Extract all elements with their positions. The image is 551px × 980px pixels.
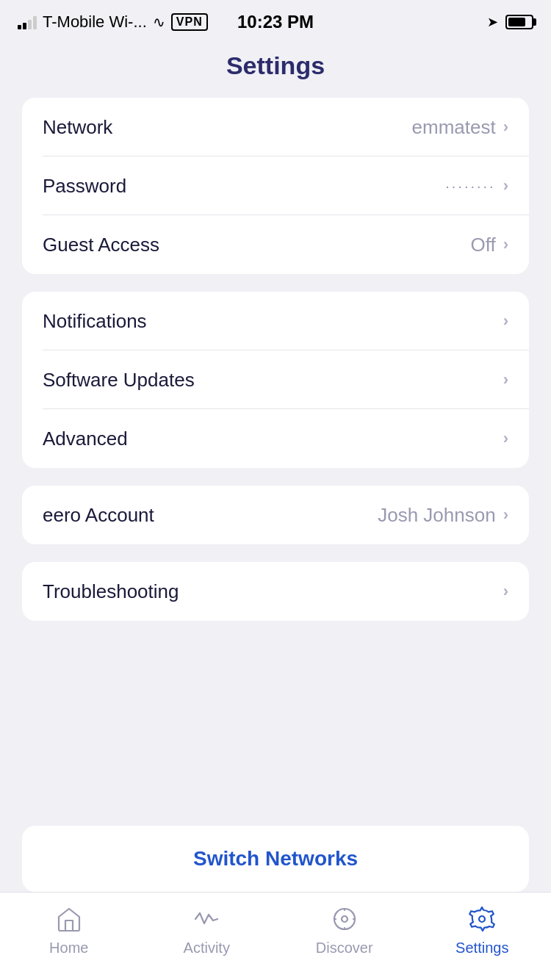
tab-activity[interactable]: Activity xyxy=(155,903,258,956)
eero-account-value: Josh Johnson xyxy=(378,504,495,527)
network-section-card: Network emmatest › Password ········ › G… xyxy=(22,98,529,274)
features-section-card: Notifications › Software Updates › Advan… xyxy=(22,292,529,468)
tab-settings[interactable]: Settings xyxy=(431,903,533,956)
password-dots: ········ xyxy=(445,178,495,195)
password-row[interactable]: Password ········ › xyxy=(22,156,529,215)
password-value-group: ········ › xyxy=(445,176,508,195)
software-updates-row[interactable]: Software Updates › xyxy=(22,350,529,409)
network-row[interactable]: Network emmatest › xyxy=(22,98,529,156)
network-value: emmatest xyxy=(412,116,496,139)
account-section-card: eero Account Josh Johnson › xyxy=(22,486,529,544)
page-title: Settings xyxy=(0,44,551,98)
troubleshooting-value-group: › xyxy=(503,582,508,601)
battery-icon xyxy=(505,15,533,29)
eero-account-value-group: Josh Johnson › xyxy=(378,504,508,527)
advanced-row[interactable]: Advanced › xyxy=(22,409,529,468)
network-label: Network xyxy=(43,116,112,139)
location-icon: ➤ xyxy=(487,14,498,30)
tab-home[interactable]: Home xyxy=(18,903,120,956)
network-chevron-icon: › xyxy=(503,118,508,137)
guest-access-value: Off xyxy=(470,234,495,256)
tab-activity-label: Activity xyxy=(184,940,230,956)
svg-point-1 xyxy=(342,916,347,922)
software-updates-label: Software Updates xyxy=(43,369,195,392)
eero-account-chevron-icon: › xyxy=(503,505,508,525)
svg-point-6 xyxy=(479,916,485,922)
guest-access-row[interactable]: Guest Access Off › xyxy=(22,215,529,274)
settings-content: Network emmatest › Password ········ › G… xyxy=(0,98,551,892)
guest-access-label: Guest Access xyxy=(43,234,159,256)
activity-icon xyxy=(190,903,223,935)
password-label: Password xyxy=(43,175,126,198)
tab-settings-label: Settings xyxy=(455,940,508,956)
notifications-label: Notifications xyxy=(43,310,147,333)
software-updates-chevron-icon: › xyxy=(503,370,508,389)
tab-bar: Home Activity Discover xyxy=(0,892,551,980)
notifications-row[interactable]: Notifications › xyxy=(22,292,529,350)
troubleshooting-row[interactable]: Troubleshooting › xyxy=(22,562,529,621)
switch-networks-label: Switch Networks xyxy=(193,847,358,871)
signal-icon xyxy=(18,15,37,29)
svg-point-0 xyxy=(334,909,355,929)
discover-icon xyxy=(328,903,361,935)
troubleshooting-label: Troubleshooting xyxy=(43,580,179,603)
battery-fill xyxy=(508,18,525,26)
status-left: T-Mobile Wi-... ∿ VPN xyxy=(18,12,208,32)
home-icon xyxy=(53,903,85,935)
carrier-label: T-Mobile Wi-... xyxy=(43,12,147,32)
guest-access-value-group: Off › xyxy=(470,234,508,256)
eero-account-row[interactable]: eero Account Josh Johnson › xyxy=(22,486,529,544)
network-value-group: emmatest › xyxy=(412,116,508,139)
troubleshooting-chevron-icon: › xyxy=(503,582,508,601)
troubleshooting-section-card: Troubleshooting › xyxy=(22,562,529,621)
notifications-chevron-icon: › xyxy=(503,311,508,331)
software-updates-value-group: › xyxy=(503,370,508,389)
advanced-value-group: › xyxy=(503,429,508,448)
status-right: ➤ xyxy=(487,14,533,30)
guest-access-chevron-icon: › xyxy=(503,235,508,254)
status-bar: T-Mobile Wi-... ∿ VPN 10:23 PM ➤ xyxy=(0,0,551,44)
wifi-icon: ∿ xyxy=(153,13,165,31)
eero-account-label: eero Account xyxy=(43,504,154,527)
tab-discover-label: Discover xyxy=(316,940,373,956)
advanced-chevron-icon: › xyxy=(503,429,508,448)
settings-icon xyxy=(466,903,498,935)
advanced-label: Advanced xyxy=(43,428,128,450)
tab-home-label: Home xyxy=(49,940,88,956)
tab-discover[interactable]: Discover xyxy=(293,903,396,956)
switch-networks-button[interactable]: Switch Networks xyxy=(22,826,529,892)
notifications-value-group: › xyxy=(503,311,508,331)
password-chevron-icon: › xyxy=(503,176,508,195)
status-time: 10:23 PM xyxy=(237,12,314,32)
vpn-badge: VPN xyxy=(171,13,208,31)
